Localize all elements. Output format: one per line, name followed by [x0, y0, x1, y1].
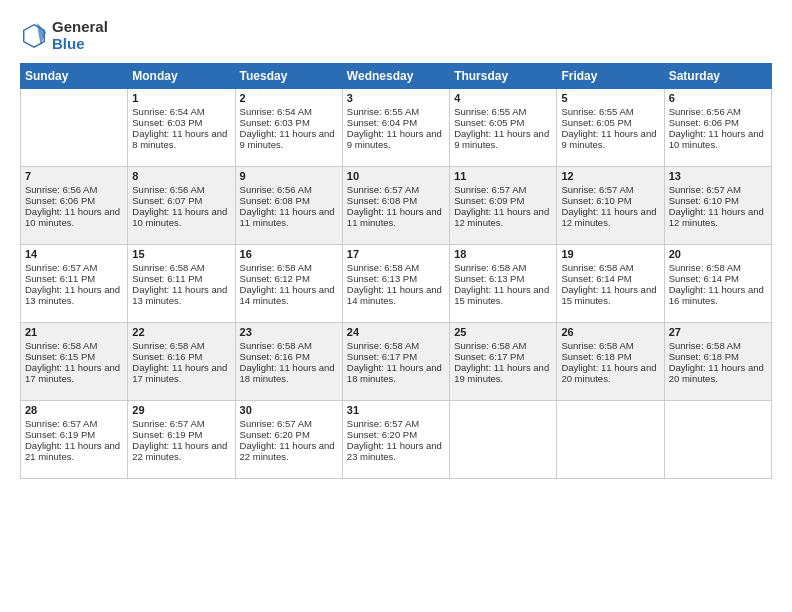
- day-number: 12: [561, 170, 659, 182]
- week-row: 7Sunrise: 6:56 AMSunset: 6:06 PMDaylight…: [21, 166, 772, 244]
- sunrise-text: Sunrise: 6:58 AM: [561, 262, 659, 273]
- calendar-cell: 8Sunrise: 6:56 AMSunset: 6:07 PMDaylight…: [128, 166, 235, 244]
- day-number: 18: [454, 248, 552, 260]
- sunset-text: Sunset: 6:18 PM: [561, 351, 659, 362]
- calendar-cell: 27Sunrise: 6:58 AMSunset: 6:18 PMDayligh…: [664, 322, 771, 400]
- sunset-text: Sunset: 6:03 PM: [132, 117, 230, 128]
- sunset-text: Sunset: 6:14 PM: [669, 273, 767, 284]
- daylight-text: Daylight: 11 hours and 8 minutes.: [132, 128, 230, 150]
- daylight-text: Daylight: 11 hours and 13 minutes.: [25, 284, 123, 306]
- sunset-text: Sunset: 6:07 PM: [132, 195, 230, 206]
- sunset-text: Sunset: 6:19 PM: [132, 429, 230, 440]
- day-number: 10: [347, 170, 445, 182]
- daylight-text: Daylight: 11 hours and 17 minutes.: [25, 362, 123, 384]
- day-number: 26: [561, 326, 659, 338]
- sunset-text: Sunset: 6:11 PM: [25, 273, 123, 284]
- calendar-cell: 26Sunrise: 6:58 AMSunset: 6:18 PMDayligh…: [557, 322, 664, 400]
- daylight-text: Daylight: 11 hours and 13 minutes.: [132, 284, 230, 306]
- sunrise-text: Sunrise: 6:55 AM: [454, 106, 552, 117]
- calendar-table: SundayMondayTuesdayWednesdayThursdayFrid…: [20, 63, 772, 479]
- sunrise-text: Sunrise: 6:57 AM: [669, 184, 767, 195]
- sunrise-text: Sunrise: 6:58 AM: [454, 340, 552, 351]
- daylight-text: Daylight: 11 hours and 9 minutes.: [561, 128, 659, 150]
- day-number: 6: [669, 92, 767, 104]
- calendar-cell: 12Sunrise: 6:57 AMSunset: 6:10 PMDayligh…: [557, 166, 664, 244]
- sunrise-text: Sunrise: 6:55 AM: [347, 106, 445, 117]
- daylight-text: Daylight: 11 hours and 17 minutes.: [132, 362, 230, 384]
- calendar-cell: 24Sunrise: 6:58 AMSunset: 6:17 PMDayligh…: [342, 322, 449, 400]
- sunrise-text: Sunrise: 6:57 AM: [240, 418, 338, 429]
- sunset-text: Sunset: 6:05 PM: [561, 117, 659, 128]
- daylight-text: Daylight: 11 hours and 10 minutes.: [669, 128, 767, 150]
- day-number: 17: [347, 248, 445, 260]
- daylight-text: Daylight: 11 hours and 22 minutes.: [240, 440, 338, 462]
- sunset-text: Sunset: 6:08 PM: [240, 195, 338, 206]
- day-number: 25: [454, 326, 552, 338]
- sunrise-text: Sunrise: 6:58 AM: [669, 340, 767, 351]
- daylight-text: Daylight: 11 hours and 12 minutes.: [454, 206, 552, 228]
- logo: General Blue: [20, 18, 108, 53]
- calendar-cell: 29Sunrise: 6:57 AMSunset: 6:19 PMDayligh…: [128, 400, 235, 478]
- sunset-text: Sunset: 6:06 PM: [669, 117, 767, 128]
- calendar-cell: 4Sunrise: 6:55 AMSunset: 6:05 PMDaylight…: [450, 88, 557, 166]
- day-header-monday: Monday: [128, 63, 235, 88]
- daylight-text: Daylight: 11 hours and 9 minutes.: [454, 128, 552, 150]
- header-row: SundayMondayTuesdayWednesdayThursdayFrid…: [21, 63, 772, 88]
- sunrise-text: Sunrise: 6:58 AM: [347, 262, 445, 273]
- calendar-cell: [557, 400, 664, 478]
- daylight-text: Daylight: 11 hours and 14 minutes.: [240, 284, 338, 306]
- calendar-cell: 13Sunrise: 6:57 AMSunset: 6:10 PMDayligh…: [664, 166, 771, 244]
- daylight-text: Daylight: 11 hours and 15 minutes.: [561, 284, 659, 306]
- calendar-cell: 7Sunrise: 6:56 AMSunset: 6:06 PMDaylight…: [21, 166, 128, 244]
- calendar-cell: 11Sunrise: 6:57 AMSunset: 6:09 PMDayligh…: [450, 166, 557, 244]
- calendar-cell: 23Sunrise: 6:58 AMSunset: 6:16 PMDayligh…: [235, 322, 342, 400]
- sunrise-text: Sunrise: 6:56 AM: [25, 184, 123, 195]
- sunset-text: Sunset: 6:10 PM: [669, 195, 767, 206]
- sunset-text: Sunset: 6:06 PM: [25, 195, 123, 206]
- sunrise-text: Sunrise: 6:58 AM: [240, 262, 338, 273]
- sunset-text: Sunset: 6:19 PM: [25, 429, 123, 440]
- calendar-cell: 14Sunrise: 6:57 AMSunset: 6:11 PMDayligh…: [21, 244, 128, 322]
- sunrise-text: Sunrise: 6:54 AM: [240, 106, 338, 117]
- sunset-text: Sunset: 6:13 PM: [454, 273, 552, 284]
- calendar-cell: 2Sunrise: 6:54 AMSunset: 6:03 PMDaylight…: [235, 88, 342, 166]
- day-number: 31: [347, 404, 445, 416]
- week-row: 21Sunrise: 6:58 AMSunset: 6:15 PMDayligh…: [21, 322, 772, 400]
- daylight-text: Daylight: 11 hours and 10 minutes.: [132, 206, 230, 228]
- sunset-text: Sunset: 6:15 PM: [25, 351, 123, 362]
- day-header-sunday: Sunday: [21, 63, 128, 88]
- calendar-cell: 21Sunrise: 6:58 AMSunset: 6:15 PMDayligh…: [21, 322, 128, 400]
- sunrise-text: Sunrise: 6:55 AM: [561, 106, 659, 117]
- day-number: 22: [132, 326, 230, 338]
- calendar-cell: 19Sunrise: 6:58 AMSunset: 6:14 PMDayligh…: [557, 244, 664, 322]
- calendar-cell: 18Sunrise: 6:58 AMSunset: 6:13 PMDayligh…: [450, 244, 557, 322]
- day-number: 28: [25, 404, 123, 416]
- sunrise-text: Sunrise: 6:57 AM: [454, 184, 552, 195]
- calendar-cell: 25Sunrise: 6:58 AMSunset: 6:17 PMDayligh…: [450, 322, 557, 400]
- daylight-text: Daylight: 11 hours and 20 minutes.: [669, 362, 767, 384]
- sunset-text: Sunset: 6:20 PM: [347, 429, 445, 440]
- calendar-cell: 30Sunrise: 6:57 AMSunset: 6:20 PMDayligh…: [235, 400, 342, 478]
- day-number: 11: [454, 170, 552, 182]
- sunset-text: Sunset: 6:08 PM: [347, 195, 445, 206]
- day-number: 21: [25, 326, 123, 338]
- logo-text: General Blue: [52, 18, 108, 53]
- calendar-cell: 17Sunrise: 6:58 AMSunset: 6:13 PMDayligh…: [342, 244, 449, 322]
- daylight-text: Daylight: 11 hours and 9 minutes.: [240, 128, 338, 150]
- sunrise-text: Sunrise: 6:58 AM: [561, 340, 659, 351]
- day-number: 4: [454, 92, 552, 104]
- sunrise-text: Sunrise: 6:57 AM: [347, 418, 445, 429]
- header: General Blue: [20, 18, 772, 53]
- calendar-page: General Blue SundayMondayTuesdayWednesda…: [0, 0, 792, 612]
- day-number: 16: [240, 248, 338, 260]
- sunset-text: Sunset: 6:17 PM: [347, 351, 445, 362]
- sunrise-text: Sunrise: 6:57 AM: [561, 184, 659, 195]
- day-header-thursday: Thursday: [450, 63, 557, 88]
- sunrise-text: Sunrise: 6:54 AM: [132, 106, 230, 117]
- sunset-text: Sunset: 6:14 PM: [561, 273, 659, 284]
- day-number: 9: [240, 170, 338, 182]
- daylight-text: Daylight: 11 hours and 16 minutes.: [669, 284, 767, 306]
- day-number: 20: [669, 248, 767, 260]
- calendar-cell: 9Sunrise: 6:56 AMSunset: 6:08 PMDaylight…: [235, 166, 342, 244]
- calendar-cell: 31Sunrise: 6:57 AMSunset: 6:20 PMDayligh…: [342, 400, 449, 478]
